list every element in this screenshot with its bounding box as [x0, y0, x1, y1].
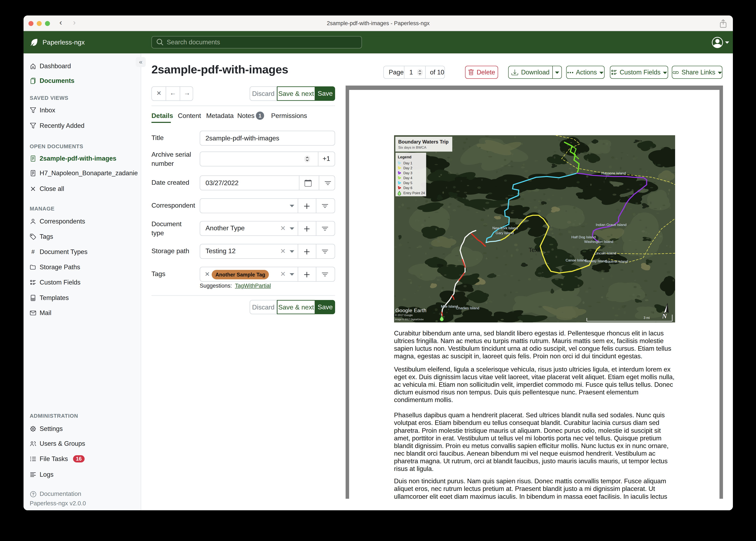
svg-text:Lincoln Island: Lincoln Island — [594, 251, 616, 255]
svg-text:Boundary Waters Trip: Boundary Waters Trip — [398, 139, 449, 145]
svg-text:Mile Island: Mile Island — [441, 304, 458, 308]
svg-text:New York Island: New York Island — [492, 226, 518, 230]
svg-text:Image © 2017 DigitalGlobe: Image © 2017 DigitalGlobe — [395, 318, 424, 320]
svg-text:Legend: Legend — [398, 155, 411, 159]
svg-text:Half Dog Island: Half Dog Island — [571, 235, 596, 239]
svg-text:Google Earth: Google Earth — [395, 307, 426, 313]
svg-text:Day 6: Day 6 — [403, 186, 412, 190]
svg-text:3 mi: 3 mi — [644, 316, 650, 319]
svg-text:Charlies Island: Charlies Island — [456, 306, 479, 310]
svg-text:Indian Grave Island: Indian Grave Island — [596, 223, 626, 227]
svg-text:Canoe Island: Canoe Island — [566, 258, 586, 262]
svg-text:Gary Island: Gary Island — [496, 231, 514, 235]
svg-text:N: N — [662, 312, 667, 320]
svg-text:Day 5: Day 5 — [403, 181, 412, 185]
svg-text:Hausons Island: Hausons Island — [601, 171, 626, 175]
svg-text:#: # — [31, 249, 35, 255]
svg-text:Washington Island: Washington Island — [584, 240, 613, 244]
svg-text:Day 1: Day 1 — [403, 161, 412, 165]
svg-text:Six days in BWCA: Six days in BWCA — [398, 146, 426, 150]
svg-text:Entry Point 24: Entry Point 24 — [403, 191, 425, 195]
svg-text:© 2017 Google: © 2017 Google — [395, 313, 413, 317]
svg-text:Squirrel Island: Squirrel Island — [605, 260, 628, 264]
svg-text:Norway Island: Norway Island — [585, 259, 607, 263]
svg-text:Day 2: Day 2 — [403, 166, 412, 170]
svg-text:?: ? — [32, 492, 34, 496]
svg-text:Day 4: Day 4 — [403, 176, 412, 180]
svg-text:Text: Text — [529, 247, 540, 253]
svg-text:Day 3: Day 3 — [403, 171, 412, 175]
